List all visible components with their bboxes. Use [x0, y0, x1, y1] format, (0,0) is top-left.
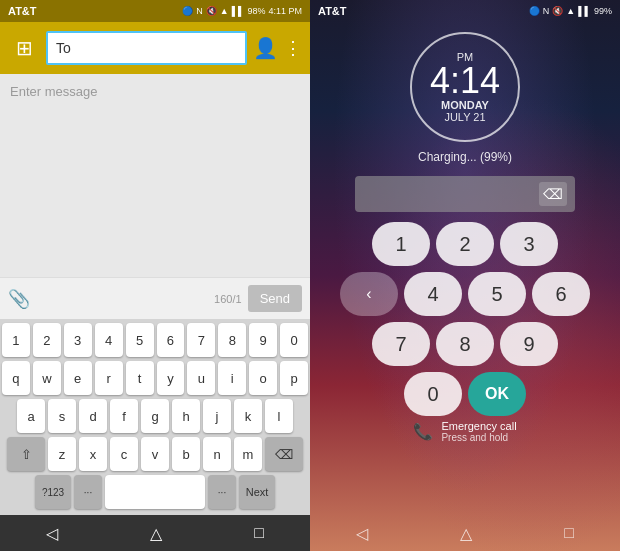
- nfc-icon-right: N: [543, 6, 550, 16]
- key-b[interactable]: b: [172, 437, 200, 471]
- emergency-label: Emergency call: [441, 420, 516, 432]
- key-i[interactable]: i: [218, 361, 246, 395]
- num-left-arrow[interactable]: ‹: [340, 272, 398, 316]
- num-0[interactable]: 0: [404, 372, 462, 416]
- key-t[interactable]: t: [126, 361, 154, 395]
- backspace-pin-button[interactable]: ⌫: [539, 182, 567, 206]
- key-r[interactable]: r: [95, 361, 123, 395]
- top-bar: ⊞ 👤 ⋮: [0, 22, 310, 74]
- key-e[interactable]: e: [64, 361, 92, 395]
- nav-bar-right: ◁ △ □: [310, 515, 620, 551]
- key-j[interactable]: j: [203, 399, 231, 433]
- message-area[interactable]: Enter message: [0, 74, 310, 277]
- signal-icon: ▌▌: [232, 6, 245, 16]
- battery-right: 99%: [594, 6, 612, 16]
- key-n[interactable]: n: [203, 437, 231, 471]
- status-bar-left: AT&T 🔵 N 🔇 ▲ ▌▌ 98% 4:11 PM: [0, 0, 310, 22]
- num-6[interactable]: 6: [532, 272, 590, 316]
- lock-content: PM 4:14 MONDAY JULY 21 Charging... (99%)…: [310, 22, 620, 443]
- kb-row-bottom: ?123 ··· ··· Next: [2, 475, 308, 509]
- carrier-left: AT&T: [8, 5, 37, 17]
- num-9[interactable]: 9: [500, 322, 558, 366]
- grid-icon[interactable]: ⊞: [8, 36, 40, 60]
- send-button[interactable]: Send: [248, 285, 302, 312]
- key-u[interactable]: u: [187, 361, 215, 395]
- numpad-row-1: 1 2 3: [372, 222, 558, 266]
- key-1[interactable]: 1: [2, 323, 30, 357]
- key-o[interactable]: o: [249, 361, 277, 395]
- key-7[interactable]: 7: [187, 323, 215, 357]
- recent-button-left[interactable]: □: [254, 524, 264, 542]
- key-space[interactable]: [105, 475, 205, 509]
- key-5[interactable]: 5: [126, 323, 154, 357]
- ok-button[interactable]: OK: [468, 372, 526, 416]
- key-8[interactable]: 8: [218, 323, 246, 357]
- num-5[interactable]: 5: [468, 272, 526, 316]
- key-c[interactable]: c: [110, 437, 138, 471]
- carrier-right: AT&T: [318, 5, 347, 17]
- key-h[interactable]: h: [172, 399, 200, 433]
- key-d[interactable]: d: [79, 399, 107, 433]
- emergency-text[interactable]: Emergency call Press and hold: [441, 420, 516, 443]
- key-z[interactable]: z: [48, 437, 76, 471]
- num-3[interactable]: 3: [500, 222, 558, 266]
- kb-row-asdf: a s d f g h j k l: [2, 399, 308, 433]
- num-4[interactable]: 4: [404, 272, 462, 316]
- key-s[interactable]: s: [48, 399, 76, 433]
- key-dots2[interactable]: ···: [208, 475, 236, 509]
- key-2[interactable]: 2: [33, 323, 61, 357]
- charging-status: Charging... (99%): [418, 150, 512, 164]
- num-2[interactable]: 2: [436, 222, 494, 266]
- key-6[interactable]: 6: [157, 323, 185, 357]
- emergency-sublabel: Press and hold: [441, 432, 516, 443]
- key-f[interactable]: f: [110, 399, 138, 433]
- bottom-input-bar: 📎 160/1 Send: [0, 277, 310, 319]
- num-1[interactable]: 1: [372, 222, 430, 266]
- signal-icon-right: ▌▌: [578, 6, 591, 16]
- key-dots[interactable]: ···: [74, 475, 102, 509]
- key-backspace[interactable]: ⌫: [265, 437, 303, 471]
- key-next[interactable]: Next: [239, 475, 275, 509]
- time-left: 4:11 PM: [268, 6, 302, 16]
- message-placeholder: Enter message: [10, 84, 300, 99]
- key-4[interactable]: 4: [95, 323, 123, 357]
- key-9[interactable]: 9: [249, 323, 277, 357]
- key-v[interactable]: v: [141, 437, 169, 471]
- key-sym[interactable]: ?123: [35, 475, 71, 509]
- key-w[interactable]: w: [33, 361, 61, 395]
- back-button-left[interactable]: ◁: [46, 524, 58, 543]
- recent-button-right[interactable]: □: [564, 524, 574, 542]
- contact-icon[interactable]: 👤: [253, 36, 278, 60]
- key-0[interactable]: 0: [280, 323, 308, 357]
- key-y[interactable]: y: [157, 361, 185, 395]
- mute-icon: 🔇: [206, 6, 217, 16]
- home-button-left[interactable]: △: [150, 524, 162, 543]
- key-l[interactable]: l: [265, 399, 293, 433]
- key-m[interactable]: m: [234, 437, 262, 471]
- key-shift[interactable]: ⇧: [7, 437, 45, 471]
- status-icons-left: 🔵 N 🔇 ▲ ▌▌ 98% 4:11 PM: [182, 6, 302, 16]
- key-3[interactable]: 3: [64, 323, 92, 357]
- num-7[interactable]: 7: [372, 322, 430, 366]
- key-x[interactable]: x: [79, 437, 107, 471]
- kb-row-qwerty: q w e r t y u i o p: [2, 361, 308, 395]
- key-k[interactable]: k: [234, 399, 262, 433]
- key-q[interactable]: q: [2, 361, 30, 395]
- num-8[interactable]: 8: [436, 322, 494, 366]
- key-a[interactable]: a: [17, 399, 45, 433]
- kb-row-numbers: 1 2 3 4 5 6 7 8 9 0: [2, 323, 308, 357]
- more-options-icon[interactable]: ⋮: [284, 37, 302, 59]
- key-p[interactable]: p: [280, 361, 308, 395]
- bluetooth-icon-right: 🔵: [529, 6, 540, 16]
- back-button-right[interactable]: ◁: [356, 524, 368, 543]
- to-input[interactable]: [46, 31, 247, 65]
- pin-input-bar[interactable]: ⌫: [355, 176, 575, 212]
- nfc-icon: N: [196, 6, 203, 16]
- messaging-app: AT&T 🔵 N 🔇 ▲ ▌▌ 98% 4:11 PM ⊞ 👤 ⋮ Enter …: [0, 0, 310, 551]
- wifi-icon: ▲: [220, 6, 229, 16]
- nav-bar-left: ◁ △ □: [0, 515, 310, 551]
- home-button-right[interactable]: △: [460, 524, 472, 543]
- numpad: 1 2 3 ‹ 4 5 6 7 8 9 0 OK: [340, 222, 590, 416]
- attach-icon[interactable]: 📎: [8, 288, 30, 310]
- key-g[interactable]: g: [141, 399, 169, 433]
